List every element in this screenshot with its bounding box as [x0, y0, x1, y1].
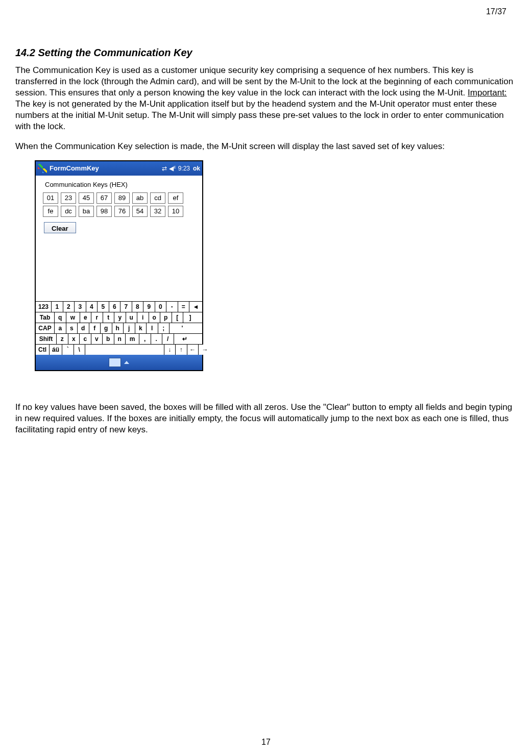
key-9[interactable]: 9	[143, 302, 155, 312]
key-equals[interactable]: =	[178, 302, 190, 312]
hex-input[interactable]: 67	[96, 192, 112, 204]
key-bracket-close[interactable]: ]	[183, 312, 197, 323]
key-s[interactable]: s	[66, 323, 78, 333]
key-backslash[interactable]: \	[74, 345, 86, 355]
key-q[interactable]: q	[55, 312, 66, 323]
hex-input[interactable]: 10	[168, 206, 183, 217]
key-3[interactable]: 3	[75, 302, 86, 312]
key-i[interactable]: i	[137, 312, 149, 323]
key-period[interactable]: .	[151, 334, 163, 344]
key-backtick[interactable]: `	[62, 345, 74, 355]
windows-flag-icon[interactable]	[38, 164, 47, 173]
status-area: ⇄ ◀ᴱ 9:23	[162, 165, 190, 172]
hex-input[interactable]: 76	[114, 206, 130, 217]
hex-input[interactable]: fe	[43, 206, 58, 217]
key-l[interactable]: l	[147, 323, 158, 333]
key-t[interactable]: t	[103, 312, 115, 323]
hex-input[interactable]: 54	[132, 206, 148, 217]
key-down[interactable]: ↓	[164, 345, 176, 355]
hex-input[interactable]: 45	[79, 192, 94, 204]
hex-grid: 01 23 45 67 89 ab cd ef fe dc ba 98 76 5…	[43, 192, 197, 217]
key-5[interactable]: 5	[98, 302, 109, 312]
key-w[interactable]: w	[66, 312, 80, 323]
key-o[interactable]: o	[149, 312, 161, 323]
important-label: Important:	[468, 88, 507, 97]
hex-input[interactable]: cd	[150, 192, 165, 204]
key-bracket-open[interactable]: [	[172, 312, 184, 323]
sip-icon[interactable]	[109, 358, 121, 367]
key-y[interactable]: y	[114, 312, 126, 323]
ok-button[interactable]: ok	[193, 165, 200, 172]
document-page: 17/37 14.2 Setting the Communication Key…	[0, 0, 532, 756]
key-comma[interactable]: ,	[139, 334, 151, 344]
key-1[interactable]: 1	[52, 302, 63, 312]
key-space[interactable]	[85, 345, 164, 355]
key-semicolon[interactable]: ;	[158, 323, 170, 333]
hex-input[interactable]: 01	[43, 192, 58, 204]
clear-button[interactable]: Clear	[44, 222, 76, 233]
key-2[interactable]: 2	[63, 302, 75, 312]
key-4[interactable]: 4	[86, 302, 98, 312]
embedded-screenshot: FormCommKey ⇄ ◀ᴱ 9:23 ok Communication K…	[35, 160, 517, 371]
key-123[interactable]: 123	[36, 302, 52, 312]
key-tab[interactable]: Tab	[36, 312, 55, 323]
hex-input[interactable]: ab	[132, 192, 148, 204]
hex-input[interactable]: 98	[96, 206, 112, 217]
bottom-bar	[36, 355, 202, 370]
key-e[interactable]: e	[80, 312, 92, 323]
key-u[interactable]: u	[126, 312, 138, 323]
key-b[interactable]: b	[103, 334, 114, 344]
body-paragraph-1: The Communication Key is used as a custo…	[15, 65, 517, 133]
key-up[interactable]: ↑	[176, 345, 187, 355]
key-g[interactable]: g	[101, 323, 112, 333]
on-screen-keyboard: 123 1 2 3 4 5 6 7 8 9 0 - = ◄ Tab	[36, 301, 202, 355]
arrow-up-icon[interactable]	[124, 361, 129, 364]
key-cap[interactable]: CAP	[36, 323, 55, 333]
clock-time: 9:23	[178, 165, 190, 172]
key-6[interactable]: 6	[109, 302, 121, 312]
connectivity-icon: ⇄	[162, 165, 167, 172]
hex-input[interactable]: ba	[79, 206, 94, 217]
hex-input[interactable]: 23	[61, 192, 76, 204]
key-f[interactable]: f	[89, 323, 101, 333]
key-enter[interactable]: ↵	[174, 334, 196, 344]
hex-input[interactable]: ef	[168, 192, 183, 204]
key-0[interactable]: 0	[155, 302, 167, 312]
key-z[interactable]: z	[57, 334, 68, 344]
section-heading: 14.2 Setting the Communication Key	[15, 47, 517, 59]
hex-input[interactable]: 32	[150, 206, 165, 217]
key-8[interactable]: 8	[132, 302, 144, 312]
key-left[interactable]: ←	[187, 345, 199, 355]
hex-input[interactable]: dc	[61, 206, 76, 217]
page-count: 17/37	[15, 7, 517, 16]
key-j[interactable]: j	[124, 323, 135, 333]
key-x[interactable]: x	[68, 334, 80, 344]
key-a[interactable]: a	[55, 323, 66, 333]
key-7[interactable]: 7	[120, 302, 132, 312]
key-v[interactable]: v	[91, 334, 103, 344]
key-accent[interactable]: áü	[50, 345, 62, 355]
body-paragraph-2: When the Communication Key selection is …	[15, 141, 517, 152]
key-right[interactable]: →	[199, 345, 211, 355]
titlebar: FormCommKey ⇄ ◀ᴱ 9:23 ok	[36, 161, 202, 176]
key-m[interactable]: m	[126, 334, 139, 344]
key-d[interactable]: d	[78, 323, 89, 333]
key-n[interactable]: n	[114, 334, 126, 344]
key-c[interactable]: c	[80, 334, 91, 344]
key-shift[interactable]: Shift	[36, 334, 57, 344]
body-paragraph-3: If no key values have been saved, the bo…	[15, 402, 517, 435]
key-h[interactable]: h	[112, 323, 124, 333]
key-p[interactable]: p	[160, 312, 172, 323]
hex-input[interactable]: 89	[114, 192, 130, 204]
key-backspace[interactable]: ◄	[189, 302, 202, 312]
key-r[interactable]: r	[91, 312, 103, 323]
paragraph-1a: The Communication Key is used as a custo…	[15, 65, 513, 97]
key-k[interactable]: k	[135, 323, 147, 333]
comm-keys-label: Communication Keys (HEX)	[45, 181, 197, 188]
window-title: FormCommKey	[50, 164, 99, 172]
key-minus[interactable]: -	[166, 302, 178, 312]
paragraph-1b: The key is not generated by the M-Unit a…	[15, 99, 504, 131]
key-quote[interactable]: '	[170, 323, 195, 333]
key-ctl[interactable]: Ctl	[36, 345, 50, 355]
key-slash[interactable]: /	[162, 334, 174, 344]
